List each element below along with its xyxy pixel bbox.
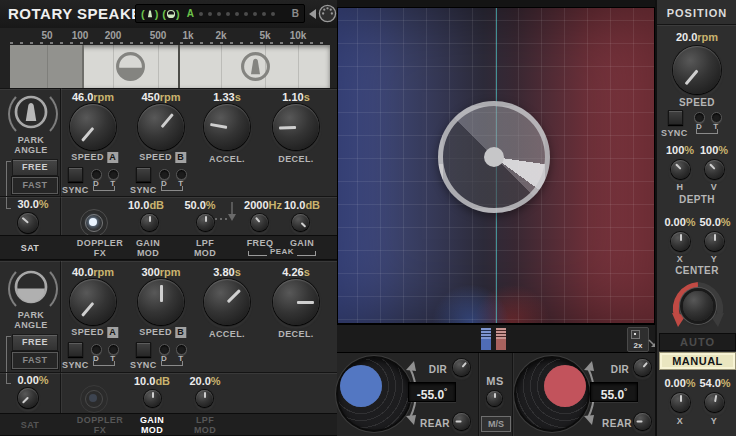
lpf-mod-value: 20.0% <box>189 375 220 387</box>
rear-knob[interactable] <box>453 413 470 430</box>
center-y-knob[interactable] <box>705 232 724 251</box>
manual-y-knob[interactable] <box>705 393 724 412</box>
fast-button[interactable]: FAST <box>12 177 58 194</box>
drum-fx-labels: DOPPLERFX GAINMOD LPFMOD <box>60 413 337 436</box>
decel-knob[interactable] <box>273 279 319 325</box>
lpf-mod-knob[interactable] <box>196 390 213 407</box>
sat-knob[interactable] <box>18 388 38 408</box>
sync-a-button[interactable] <box>68 167 83 182</box>
depth-h-value: 100% <box>666 144 694 156</box>
center-x-knob[interactable] <box>671 232 690 251</box>
sat-knob[interactable] <box>18 213 38 233</box>
position-speed-knob[interactable] <box>673 46 721 94</box>
sync-label: SYNC <box>130 185 157 195</box>
x-label: X <box>677 416 683 426</box>
gui-scale-label: 2x <box>628 341 648 350</box>
accel-knob[interactable] <box>204 104 250 150</box>
free-button[interactable]: FREE <box>12 159 58 176</box>
sat-value: 30.0% <box>17 198 48 210</box>
crossover-divider[interactable] <box>178 45 180 88</box>
crossover-band[interactable] <box>10 45 330 88</box>
doppler-fx-button[interactable] <box>80 209 108 237</box>
doppler-fx-button[interactable] <box>80 385 108 413</box>
horn-select-icon[interactable]: () <box>141 8 158 20</box>
position-speed-value: 20.0rpm <box>676 31 718 43</box>
ms-knob[interactable] <box>487 391 502 406</box>
dir-knob[interactable] <box>453 359 470 376</box>
drum-park-icon[interactable] <box>13 269 49 305</box>
park-label: PARK <box>18 135 44 145</box>
depth-h-knob[interactable] <box>671 160 690 179</box>
angle-label: ANGLE <box>14 145 48 155</box>
manual-x-knob[interactable] <box>671 393 690 412</box>
midi-icon[interactable] <box>318 4 337 23</box>
dir-angle-readout: 55.0° <box>590 382 638 402</box>
left-source-blob <box>340 365 382 407</box>
rotor-disc[interactable] <box>438 101 550 213</box>
dir-knob[interactable] <box>634 359 651 376</box>
collapse-arrow-icon[interactable] <box>309 9 316 19</box>
badge-a: A <box>107 327 119 338</box>
speed-a-label: SPEEDA <box>71 152 118 163</box>
freq-tick: 10k <box>290 30 307 41</box>
park-bracket <box>6 161 11 209</box>
sync-a-button[interactable] <box>68 342 83 357</box>
v-label: V <box>711 182 717 192</box>
x-label: X <box>677 254 683 264</box>
left-rotor-display[interactable] <box>338 358 410 430</box>
gain-mod-knob[interactable] <box>141 214 158 231</box>
speed-b-value: 450rpm <box>141 91 180 103</box>
ms-mode-button[interactable]: M/S <box>481 416 511 432</box>
sat-strip-horn: SAT <box>0 235 60 260</box>
speed-a-value: 40.0rpm <box>72 266 114 278</box>
lpf-mod-label: LPFMOD <box>194 238 216 258</box>
speed-a-knob[interactable] <box>70 104 116 150</box>
speed-a-knob[interactable] <box>70 279 116 325</box>
speed-b-knob[interactable] <box>138 104 184 150</box>
peak-gain-knob[interactable] <box>292 214 309 231</box>
free-button[interactable]: FREE <box>12 334 58 351</box>
sync-b-button[interactable] <box>136 167 151 182</box>
sync-label: SYNC <box>130 360 157 370</box>
peak-freq-knob[interactable] <box>251 214 268 231</box>
auto-button[interactable]: AUTO <box>659 333 736 351</box>
freq-tick: 1k <box>182 30 193 41</box>
sync-label: SYNC <box>62 360 89 370</box>
rear-knob[interactable] <box>634 413 651 430</box>
accel-knob[interactable] <box>204 279 250 325</box>
sync-b-button[interactable] <box>136 342 151 357</box>
decel-label: DECEL. <box>278 154 313 164</box>
sat-label: SAT <box>21 243 40 253</box>
sync-bracket <box>696 129 718 134</box>
speed-b-label: SPEEDB <box>139 327 186 338</box>
drum-select-icon[interactable]: () <box>162 8 179 20</box>
manual-button[interactable]: MANUAL <box>659 352 736 370</box>
sync-bracket <box>161 186 183 191</box>
fast-button[interactable]: FAST <box>12 352 58 369</box>
decel-value: 4.26s <box>282 266 310 278</box>
drum-fx-row: 10.0dB 20.0% <box>60 373 337 413</box>
accel-label: ACCEL. <box>209 329 245 339</box>
right-channel-meter <box>496 328 506 350</box>
speed-a-label: SPEEDA <box>71 327 118 338</box>
auto-position-knob[interactable] <box>683 291 713 321</box>
gain-mod-value: 10.0dB <box>134 375 170 387</box>
freq-tick: 100 <box>72 30 89 41</box>
gain-mod-knob[interactable] <box>144 390 161 407</box>
position-panel: POSITION 20.0rpm SPEED D T SYNC 100% 100… <box>655 0 736 436</box>
lpf-mod-knob[interactable] <box>197 214 214 231</box>
horn-park-icon[interactable] <box>13 94 49 130</box>
right-rotor-display[interactable] <box>516 358 588 430</box>
decel-knob[interactable] <box>273 104 319 150</box>
stereo-field-display[interactable] <box>337 7 655 324</box>
preset-a-label[interactable]: A <box>187 8 194 19</box>
speed-b-knob[interactable] <box>138 279 184 325</box>
accel-value: 1.33s <box>213 91 241 103</box>
depth-v-knob[interactable] <box>705 160 724 179</box>
preset-b-label[interactable]: B <box>292 8 299 19</box>
gain-mod-label: GAINMOD <box>136 238 160 258</box>
gui-scale-control[interactable]: 2x <box>627 327 649 352</box>
preset-morph-dots[interactable] <box>199 12 292 16</box>
accel-value: 3.80s <box>213 266 241 278</box>
position-sync-button[interactable] <box>668 110 683 125</box>
